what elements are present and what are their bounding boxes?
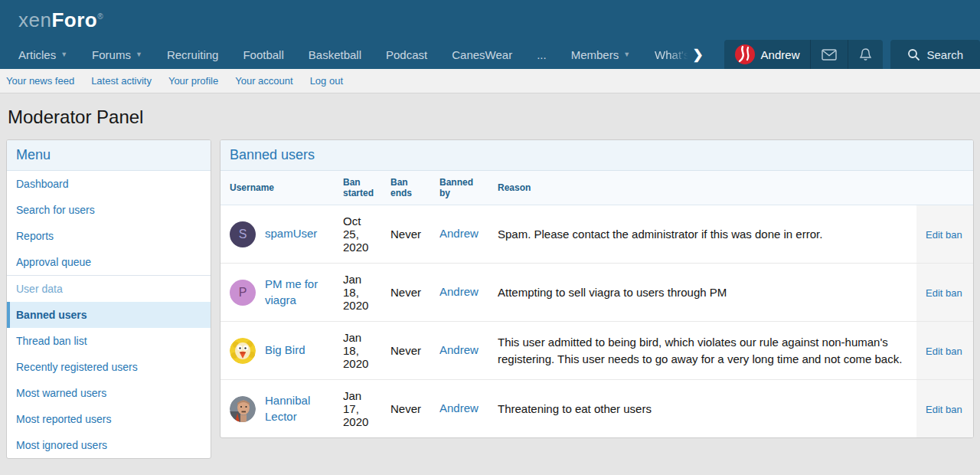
avatar: [735, 44, 755, 64]
edit-ban-link[interactable]: Edit ban: [926, 229, 962, 241]
menu-item-recently-registered[interactable]: Recently registered users: [7, 354, 211, 380]
edit-ban-link[interactable]: Edit ban: [926, 346, 962, 357]
nav-item-basketball[interactable]: Basketball: [296, 40, 374, 69]
username-link[interactable]: PM me for viagra: [265, 277, 329, 308]
logo-foro: Foro: [51, 8, 97, 31]
col-header-ban-started: Ban started: [334, 171, 381, 205]
subnav-latest-activity[interactable]: Latest activity: [91, 75, 152, 87]
panel-title: Banned users: [220, 140, 973, 171]
xenforo-logo[interactable]: xenForo®: [18, 8, 103, 32]
col-header-username: Username: [220, 171, 334, 205]
banned-by-link[interactable]: Andrew: [439, 227, 479, 240]
bell-icon: [859, 48, 872, 61]
menu-header: Menu: [7, 140, 211, 171]
menu-item-dashboard[interactable]: Dashboard: [7, 171, 211, 197]
col-header-ban-ends: Ban ends: [381, 171, 430, 205]
col-header-banned-by: Banned by: [430, 171, 488, 205]
site-header: xenForo® Articles▼ Forums▼ Recruiting Fo…: [0, 0, 980, 69]
nav-item-recruiting[interactable]: Recruiting: [155, 40, 231, 69]
banned-by-link[interactable]: Andrew: [439, 343, 479, 356]
ban-started-cell: Oct 25, 2020: [334, 205, 381, 264]
reason-cell: Threatening to eat other users: [488, 380, 916, 438]
ban-ends-cell: Never: [381, 322, 430, 380]
page-title: Moderator Panel: [8, 106, 974, 128]
big-bird-avatar-image: [230, 338, 256, 364]
menu-item-most-warned[interactable]: Most warned users: [7, 380, 211, 406]
col-header-actions: [916, 171, 973, 205]
table-header-row: Username Ban started Ban ends Banned by …: [220, 171, 973, 205]
search-button[interactable]: Search: [890, 40, 980, 69]
subnav-your-account[interactable]: Your account: [235, 75, 292, 87]
reason-cell: Spam. Please contact the administrator i…: [488, 205, 916, 264]
table-row: Hannibal Lector Jan 17, 2020 Never Andre…: [220, 380, 973, 438]
user-subnav: Your news feed Latest activity Your prof…: [0, 69, 980, 93]
search-icon: [907, 48, 920, 61]
user-avatar[interactable]: S: [230, 221, 256, 247]
menu-item-reports[interactable]: Reports: [7, 223, 211, 249]
alerts-button[interactable]: [848, 40, 883, 69]
ban-ends-cell: Never: [381, 380, 430, 438]
menu-item-most-reported[interactable]: Most reported users: [7, 406, 211, 432]
subnav-log-out[interactable]: Log out: [310, 75, 343, 87]
menu-item-most-ignored[interactable]: Most ignored users: [7, 432, 211, 458]
ban-started-cell: Jan 18, 2020: [334, 264, 381, 322]
ban-started-cell: Jan 18, 2020: [334, 322, 381, 380]
moderator-menu: Menu Dashboard Search for users Reports …: [6, 139, 211, 459]
subnav-news-feed[interactable]: Your news feed: [6, 75, 74, 87]
username-link[interactable]: spamUser: [265, 226, 317, 241]
menu-item-approval-queue[interactable]: Approval queue: [7, 249, 211, 275]
user-avatar[interactable]: P: [230, 280, 256, 306]
edit-ban-link[interactable]: Edit ban: [926, 404, 962, 415]
banned-users-table: Username Ban started Ban ends Banned by …: [220, 171, 973, 437]
logo-registered-mark: ®: [97, 12, 103, 21]
menu-item-thread-ban-list[interactable]: Thread ban list: [7, 328, 211, 354]
subnav-your-profile[interactable]: Your profile: [168, 75, 218, 87]
account-menu-button[interactable]: Andrew: [724, 40, 811, 69]
menu-item-search-for-users[interactable]: Search for users: [7, 197, 211, 223]
user-strip: Andrew: [724, 40, 884, 69]
chevron-down-icon: ▼: [623, 51, 630, 58]
ban-ends-cell: Never: [381, 205, 430, 264]
username-link[interactable]: Big Bird: [265, 342, 305, 358]
user-avatar[interactable]: [230, 396, 256, 422]
banned-by-link[interactable]: Andrew: [439, 401, 479, 414]
nav-item-podcast[interactable]: Podcast: [374, 40, 439, 69]
edit-ban-link[interactable]: Edit ban: [926, 287, 962, 299]
menu-section-user-data[interactable]: User data: [7, 275, 211, 302]
nav-item-members[interactable]: Members▼: [559, 40, 642, 69]
table-row: P PM me for viagra Jan 18, 2020 Never An…: [220, 264, 973, 322]
ban-started-cell: Jan 17, 2020: [334, 380, 381, 438]
menu-item-banned-users[interactable]: Banned users: [7, 302, 211, 328]
nav-item-football[interactable]: Football: [230, 40, 296, 69]
ban-ends-cell: Never: [381, 264, 430, 322]
chevron-down-icon: ▼: [136, 51, 142, 58]
user-avatar[interactable]: [230, 338, 256, 364]
reason-cell: This user admitted to being bird, which …: [488, 322, 916, 380]
user-name: Andrew: [761, 48, 800, 61]
logo-xen: xen: [18, 8, 51, 31]
envelope-icon: [822, 49, 837, 61]
table-row: Big Bird Jan 18, 2020 Never Andrew This …: [220, 322, 973, 380]
main-nav: Articles▼ Forums▼ Recruiting Football Ba…: [0, 40, 980, 69]
nav-scroll-right-chevron-icon[interactable]: ❯: [692, 40, 709, 69]
nav-item-forums[interactable]: Forums▼: [80, 40, 155, 69]
col-header-reason: Reason: [488, 171, 916, 205]
inbox-button[interactable]: [810, 40, 848, 69]
nav-item-overflow[interactable]: ...: [524, 40, 559, 69]
reason-cell: Attempting to sell viagra to users throu…: [488, 264, 916, 322]
banned-by-link[interactable]: Andrew: [439, 285, 479, 298]
chevron-down-icon: ▼: [60, 51, 67, 58]
username-link[interactable]: Hannibal Lector: [265, 393, 329, 424]
nav-item-caneswear[interactable]: CanesWear: [439, 40, 524, 69]
nav-item-whats-new[interactable]: What's: [642, 40, 692, 69]
search-label: Search: [926, 48, 963, 61]
hannibal-avatar-image: [230, 396, 256, 422]
table-row: S spamUser Oct 25, 2020 Never Andrew Spa…: [220, 205, 973, 264]
nav-item-articles[interactable]: Articles▼: [6, 40, 80, 69]
banned-users-panel: Banned users Username Ban started Ban en…: [220, 139, 974, 438]
